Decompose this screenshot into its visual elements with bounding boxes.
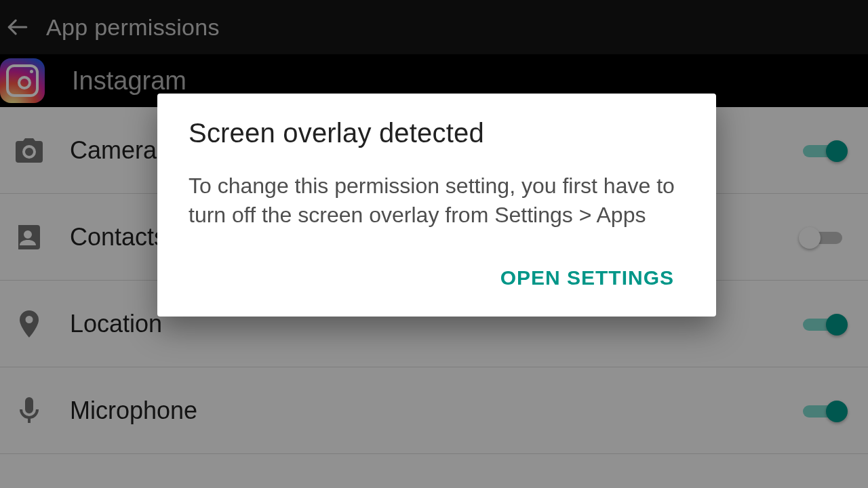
open-settings-button[interactable]: OPEN SETTINGS (490, 260, 685, 296)
dialog-body: To change this permission setting, you f… (189, 171, 685, 230)
dialog-actions: OPEN SETTINGS (189, 257, 685, 300)
dialog-title: Screen overlay detected (189, 118, 685, 148)
screen-overlay-dialog: Screen overlay detected To change this p… (157, 94, 716, 317)
